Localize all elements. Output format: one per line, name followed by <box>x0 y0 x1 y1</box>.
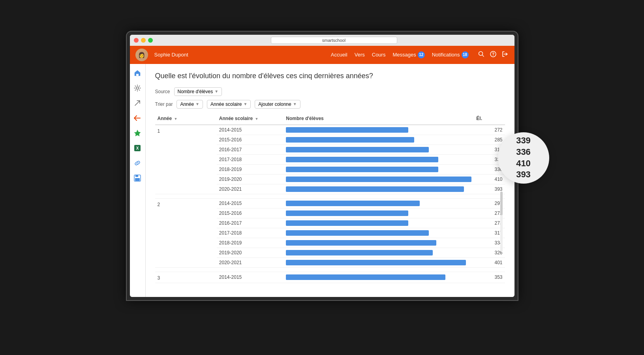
sidebar-excel[interactable]: X <box>132 143 143 153</box>
screen-inner: smartschool 👩 Sophie Dupont Accueil Vers… <box>130 35 514 297</box>
filter3-arrow: ▼ <box>293 102 297 106</box>
sidebar-back[interactable] <box>132 113 143 123</box>
bar-cell <box>284 164 474 174</box>
bar-cell <box>284 145 474 154</box>
source-select[interactable]: Nombre d'élèves ▼ <box>174 87 222 96</box>
nav-vers[interactable]: Vers <box>355 52 365 58</box>
bar-cell <box>284 135 474 145</box>
minimize-button[interactable] <box>141 38 146 43</box>
search-icon[interactable] <box>477 51 485 59</box>
nav-icons: ? <box>477 51 509 59</box>
svg-rect-4 <box>136 74 139 76</box>
filter1-arrow: ▼ <box>195 102 199 106</box>
url-bar[interactable]: smartschool <box>271 37 397 44</box>
sort-label: Trier par <box>155 101 173 107</box>
year-cell: 2014-2015 <box>217 198 284 208</box>
year-cell: 2016-2017 <box>217 145 284 154</box>
bar-cell <box>284 174 474 184</box>
content-area: Quelle est l'évolution du nombre d'élève… <box>146 64 514 297</box>
bar-cell <box>284 238 474 248</box>
nav-bar: 👩 Sophie Dupont Accueil Vers Cours Messa… <box>130 46 514 64</box>
year-cell: 2018-2019 <box>217 238 284 248</box>
maximize-button[interactable] <box>148 38 153 43</box>
filter2-arrow: ▼ <box>243 102 247 106</box>
tooltip-val-3: 410 <box>516 158 531 169</box>
filter2-select[interactable]: Année scolaire ▼ <box>207 100 251 109</box>
value-cell: 272 <box>474 125 505 135</box>
sort-filter-row: Trier par Année ▼ Année scolaire ▼ Ajout… <box>155 100 505 109</box>
year-cell: 2017-2018 <box>217 154 284 164</box>
filter2-value: Année scolaire <box>210 101 242 107</box>
bar-cell <box>284 248 474 257</box>
tooltip-val-1: 339 <box>516 135 531 147</box>
header-scolaire[interactable]: Année scolaire ▼ <box>217 113 284 125</box>
help-icon[interactable]: ? <box>489 51 497 59</box>
title-bar: smartschool <box>130 35 514 46</box>
sidebar-star[interactable] <box>132 128 143 138</box>
filter3-select[interactable]: Ajouter colonne ▼ <box>255 100 300 109</box>
year-cell: 2014-2015 <box>217 272 284 283</box>
filter3-value: Ajouter colonne <box>258 101 291 107</box>
notifications-label: Notifications <box>432 52 460 58</box>
scolaire-sort-icon: ▼ <box>255 117 259 121</box>
sidebar-save[interactable] <box>132 173 143 183</box>
url-text: smartschool <box>322 38 345 43</box>
value-cell: 401 <box>474 257 505 267</box>
filter1-value: Année <box>180 101 194 107</box>
table-header-row: Année ▼ Année scolaire ▼ Nombre d'élèves <box>155 113 505 125</box>
nav-notifications[interactable]: Notifications 18 <box>432 51 469 58</box>
notifications-badge: 18 <box>462 51 469 58</box>
sidebar: X <box>130 64 146 297</box>
year-cell: 2014-2015 <box>217 125 284 135</box>
logout-icon[interactable] <box>501 51 509 59</box>
bar-cell <box>284 228 474 238</box>
year-cell: 2020-2021 <box>217 257 284 267</box>
nav-messages[interactable]: Messages 12 <box>392 51 424 58</box>
bar-cell <box>284 208 474 218</box>
scrollbar[interactable] <box>500 192 503 252</box>
group-id-cell: 3 <box>155 272 217 283</box>
bar-cell <box>284 154 474 164</box>
tooltip-val-4: 393 <box>516 169 531 180</box>
bar-cell <box>284 198 474 208</box>
svg-text:?: ? <box>492 52 494 56</box>
messages-label: Messages <box>392 52 416 58</box>
svg-rect-10 <box>135 178 140 181</box>
close-button[interactable] <box>134 38 139 43</box>
source-label: Source <box>155 89 170 94</box>
scroll-thumb[interactable] <box>500 192 503 215</box>
svg-rect-9 <box>135 175 138 177</box>
nav-cours[interactable]: Cours <box>372 52 386 58</box>
tooltip-bubble: 339 336 410 393 <box>498 132 549 184</box>
svg-text:X: X <box>136 146 139 150</box>
value-cell: 353 <box>474 272 505 283</box>
bar-cell <box>284 125 474 135</box>
avatar-image: 👩 <box>135 49 148 61</box>
group-id-cell: 1 <box>155 125 217 194</box>
year-cell: 2017-2018 <box>217 228 284 238</box>
year-cell: 2015-2016 <box>217 208 284 218</box>
table-row: 32014-2015353 <box>155 272 505 283</box>
messages-badge: 12 <box>418 51 425 58</box>
table-body: 12014-20152722015-20162852016-2017318201… <box>155 125 505 283</box>
user-avatar: 👩 <box>135 49 148 61</box>
source-arrow: ▼ <box>214 89 218 94</box>
page-title: Quelle est l'évolution du nombre d'élève… <box>155 72 505 80</box>
sidebar-home[interactable] <box>132 68 143 78</box>
nav-accueil[interactable]: Accueil <box>331 52 347 58</box>
sidebar-link[interactable] <box>132 158 143 168</box>
group-spacer <box>155 194 505 198</box>
year-cell: 2019-2020 <box>217 248 284 257</box>
header-annee[interactable]: Année ▼ <box>155 113 217 125</box>
source-value: Nombre d'élèves <box>178 89 213 94</box>
sidebar-settings[interactable] <box>132 83 143 93</box>
value-cell: 285 <box>474 135 505 145</box>
sidebar-arrow[interactable] <box>132 98 143 108</box>
year-cell: 2016-2017 <box>217 218 284 228</box>
laptop-screen: smartschool 👩 Sophie Dupont Accueil Vers… <box>127 32 518 300</box>
table-row: 12014-2015272 <box>155 125 505 135</box>
filter1-select[interactable]: Année ▼ <box>176 100 203 109</box>
table-wrapper: Année ▼ Année scolaire ▼ Nombre d'élèves <box>155 113 505 283</box>
source-filter-row: Source Nombre d'élèves ▼ <box>155 87 505 96</box>
svg-point-0 <box>479 51 483 55</box>
